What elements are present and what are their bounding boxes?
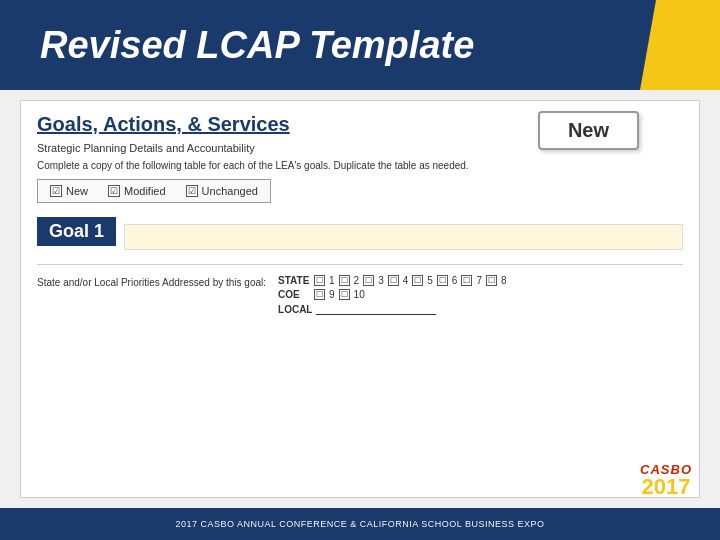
instruction: Complete a copy of the following table f… [37,160,683,171]
options-row: ☑ New ☑ Modified ☑ Unchanged [37,179,271,203]
state-line: STATE ☐ 1 ☐ 2 ☐ 3 ☐ 4 ☐ 5 ☐ 6 ☐ 7 ☐ 8 [278,275,507,286]
new-badge-container: New [538,111,639,150]
casbo-year: 2017 [642,476,691,498]
coe-label: COE [278,289,310,300]
new-badge: New [538,111,639,150]
cb-7[interactable]: ☐ [461,275,472,286]
header-banner: Revised LCAP Template [0,0,720,90]
coe-line: COE ☐ 9 ☐ 10 [278,289,507,300]
cb-3[interactable]: ☐ [363,275,374,286]
footer-text: 2017 CASBO ANNUAL CONFERENCE & CALIFORNI… [176,519,545,529]
goal-section: Goal 1 [37,217,116,246]
option-modified[interactable]: ☑ Modified [108,185,166,197]
cb-9[interactable]: ☐ [314,289,325,300]
year-prefix: 20 [642,474,666,499]
cb-8[interactable]: ☐ [486,275,497,286]
local-label: LOCAL [278,304,312,315]
option-new-label: New [66,185,88,197]
cb-1[interactable]: ☐ [314,275,325,286]
footer: 2017 CASBO ANNUAL CONFERENCE & CALIFORNI… [0,508,720,540]
page-title: Revised LCAP Template [40,24,474,67]
goal-title: Goal 1 [49,221,104,241]
main-content: Goals, Actions, & Services New Strategic… [20,100,700,498]
cb-4[interactable]: ☐ [388,275,399,286]
year-suffix: 17 [666,474,690,499]
priorities-content: STATE ☐ 1 ☐ 2 ☐ 3 ☐ 4 ☐ 5 ☐ 6 ☐ 7 ☐ 8 CO… [278,275,507,315]
local-underline [316,303,436,315]
option-new[interactable]: ☑ New [50,185,88,197]
checkbox-unchanged-icon[interactable]: ☑ [186,185,198,197]
priorities-label: State and/or Local Priorities Addressed … [37,275,266,288]
cb-5[interactable]: ☐ [412,275,423,286]
casbo-logo: CASBO 2017 [640,463,692,498]
checkbox-modified-icon[interactable]: ☑ [108,185,120,197]
priorities-row: State and/or Local Priorities Addressed … [37,275,683,315]
state-label: STATE [278,275,310,286]
option-unchanged[interactable]: ☑ Unchanged [186,185,258,197]
local-line: LOCAL [278,303,507,315]
option-unchanged-label: Unchanged [202,185,258,197]
slide-container: Revised LCAP Template Goals, Actions, & … [0,0,720,540]
checkbox-new-icon[interactable]: ☑ [50,185,62,197]
cb-2[interactable]: ☐ [339,275,350,286]
cb-10[interactable]: ☐ [339,289,350,300]
cb-6[interactable]: ☐ [437,275,448,286]
option-modified-label: Modified [124,185,166,197]
